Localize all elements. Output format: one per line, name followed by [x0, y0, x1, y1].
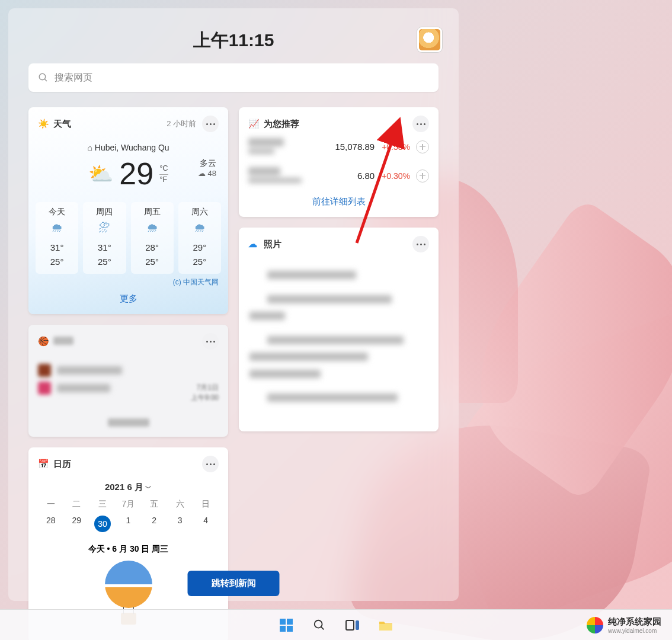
svg-rect-11: [379, 624, 392, 631]
weather-humidity: 48: [208, 169, 216, 178]
user-avatar[interactable]: [417, 27, 442, 52]
nba-team-row: [38, 382, 219, 395]
nba-title: [53, 337, 73, 347]
unit-c[interactable]: °C: [159, 164, 168, 175]
svg-rect-3: [280, 619, 286, 625]
recommend-detail-link[interactable]: 前往详细列表: [248, 190, 429, 209]
nba-team-row: [38, 364, 219, 377]
add-stock-button[interactable]: [416, 169, 429, 183]
calendar-more-button[interactable]: [202, 456, 219, 472]
weather-forecast: 今天🌧31°25° 周四⛈31°25° 周五🌧28°25° 周六🌧29°25°: [36, 202, 221, 274]
taskbar-search-button[interactable]: [312, 617, 327, 633]
stock-value: 15,078.89: [335, 142, 375, 152]
clock-time: 上午11:15: [193, 30, 274, 50]
photos-icon: ☁: [248, 239, 259, 249]
svg-point-7: [315, 620, 322, 628]
photos-widget[interactable]: ☁ 照片: [239, 228, 439, 431]
svg-point-0: [39, 73, 46, 80]
forecast-day[interactable]: 周五🌧28°25°: [131, 202, 174, 274]
forecast-day[interactable]: 周六🌧29°25°: [178, 202, 221, 274]
recommend-title: 为您推荐: [264, 119, 299, 130]
search-placeholder: 搜索网页: [55, 72, 92, 84]
photos-body: [248, 252, 429, 423]
stock-change: +0.30%: [382, 171, 410, 181]
nba-widget[interactable]: 🏀 7月1日上午9:00: [28, 325, 228, 437]
unit-f[interactable]: °F: [159, 175, 168, 184]
stocks-icon: 📈: [248, 119, 259, 129]
weather-location: Hubei, Wuchang Qu: [38, 143, 219, 152]
nba-icon: 🏀: [38, 336, 49, 347]
search-input[interactable]: 搜索网页: [28, 63, 439, 92]
calendar-month[interactable]: 2021 6 月: [38, 482, 219, 493]
calendar-today: 30: [94, 516, 111, 532]
calendar-grid: 一二三7月五六日 28 29 30 1 2 3 4: [38, 497, 219, 536]
recommend-more-button[interactable]: [412, 116, 429, 132]
search-icon: [38, 72, 49, 83]
nba-more-button[interactable]: [202, 333, 219, 350]
weather-more-button[interactable]: [202, 116, 219, 132]
recommend-widget[interactable]: 📈 为您推荐 15,078.89 +0.53% 6.80 +0.30% 前往详细…: [239, 107, 439, 217]
weather-now-icon: ⛅: [88, 162, 113, 185]
weather-more-link[interactable]: 更多: [38, 293, 219, 305]
stock-change: +0.53%: [382, 142, 410, 152]
file-explorer-button[interactable]: [378, 617, 393, 633]
weather-condition: 多云: [198, 158, 216, 169]
watermark-logo-icon: [587, 617, 603, 633]
taskbar: 纯净系统家园www.yidaimei.com: [0, 609, 672, 640]
widgets-panel: 上午11:15 搜索网页 ☀️ 天气 2 小时前 Hubei, Wuchang …: [8, 8, 459, 601]
weather-icon: ☀️: [38, 119, 49, 129]
calendar-subtitle: 今天 • 6 月 30 日 周三: [38, 544, 219, 555]
stock-row[interactable]: 6.80 +0.30%: [248, 161, 429, 190]
jump-to-news-button[interactable]: 跳转到新闻: [188, 571, 280, 596]
weather-updated: 2 小时前: [167, 119, 196, 129]
forecast-day[interactable]: 今天🌧31°25°: [36, 202, 78, 274]
svg-rect-9: [346, 620, 354, 630]
add-stock-button[interactable]: [416, 140, 429, 153]
svg-line-8: [321, 626, 324, 629]
forecast-day[interactable]: 周四⛈31°25°: [83, 202, 126, 274]
stock-row[interactable]: 15,078.89 +0.53%: [248, 132, 429, 161]
photos-title: 照片: [264, 239, 281, 250]
svg-rect-6: [287, 626, 293, 632]
start-button[interactable]: [279, 617, 294, 633]
weather-title: 天气: [53, 119, 71, 130]
photos-more-button[interactable]: [412, 236, 429, 252]
svg-line-1: [44, 79, 47, 81]
svg-rect-5: [280, 626, 286, 632]
task-view-button[interactable]: [345, 617, 360, 633]
calendar-title: 日历: [53, 459, 71, 470]
svg-rect-4: [287, 619, 293, 625]
svg-rect-10: [356, 620, 359, 630]
weather-widget[interactable]: ☀️ 天气 2 小时前 Hubei, Wuchang Qu ⛅ 29 °C°F …: [28, 107, 228, 314]
nba-footer-link[interactable]: [38, 418, 219, 428]
stock-value: 6.80: [357, 171, 375, 181]
calendar-icon: 📅: [38, 459, 49, 469]
weather-temp: 29: [119, 156, 153, 191]
weather-source[interactable]: (c) 中国天气网: [38, 277, 219, 287]
watermark: 纯净系统家园www.yidaimei.com: [587, 616, 661, 634]
